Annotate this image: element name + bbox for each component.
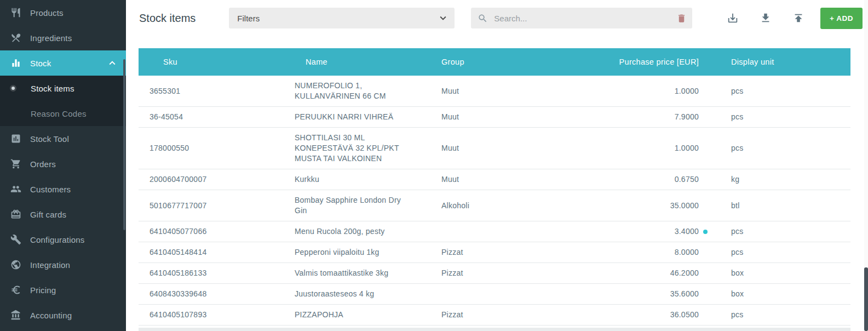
sidebar-subitem-stock-items[interactable]: Stock items [0, 76, 126, 101]
download-button[interactable] [758, 11, 773, 25]
sidebar-item-label: Integration [30, 260, 70, 270]
cell-unit: pcs [706, 242, 850, 263]
cell-group: Pizzat [432, 263, 557, 284]
sidebar-subitem-label: Stock items [31, 84, 74, 93]
sidebar-item-customers[interactable]: Customers [0, 176, 126, 202]
cell-sku: 2000604700007 [139, 169, 284, 190]
main-content: Stock items Filters [126, 0, 868, 331]
stock-tool-icon [10, 133, 22, 145]
topbar: Stock items Filters [126, 0, 868, 36]
cell-name: PIZZAPOHJA [284, 305, 432, 326]
sidebar-item-stock[interactable]: Stock [0, 50, 126, 76]
sidebar-item-label: Configurations [30, 235, 85, 244]
download-tray-icon [727, 12, 739, 24]
wrench-icon [10, 233, 22, 246]
sidebar-item-label: Ingredients [30, 33, 72, 43]
sidebar-scrollbar-thumb[interactable] [123, 59, 125, 230]
cell-price: 1.0000 [557, 128, 706, 169]
page-title: Stock items [139, 12, 196, 25]
sidebar-item-label: Stock [30, 59, 51, 68]
globe-icon [10, 259, 22, 271]
sidebar-item-configurations[interactable]: Configurations [0, 227, 126, 252]
page-scrollbar-thumb[interactable] [864, 267, 868, 331]
filters-label: Filters [237, 14, 260, 23]
table-row[interactable]: 6408430339648 Juustoraasteseos 4 kg 35.6… [139, 284, 850, 305]
table-row[interactable]: 6410405077066 Menu Rucola 200g, pesty 3.… [139, 221, 850, 242]
table-row[interactable]: 6410405107893 PIZZAPOHJA Pizzat 36.0500 … [139, 305, 850, 326]
cell-price: 0.6750 [557, 169, 706, 190]
filters-dropdown[interactable]: Filters [229, 8, 455, 28]
cell-group: Muut [432, 76, 557, 107]
upload-icon [792, 12, 804, 24]
stock-submenu: Stock items Reason Codes [0, 76, 126, 126]
cell-name: Valmis tomaattikastike 3kg [284, 263, 432, 284]
active-bullet-icon [12, 87, 15, 90]
cell-name: Menu Rucola 200g, pesty [284, 221, 432, 242]
cell-unit: kg [706, 169, 850, 190]
sidebar-item-stock-tool[interactable]: Stock Tool [0, 126, 126, 151]
chevron-down-icon [437, 12, 449, 24]
sidebar-item-integration[interactable]: Integration [0, 252, 126, 277]
upload-button[interactable] [791, 11, 806, 25]
sidebar-item-products[interactable]: Products [0, 0, 126, 25]
stock-items-table: Sku Name Group Purchase price [EUR] Disp… [139, 48, 850, 326]
cell-sku: 6410405148414 [139, 242, 284, 263]
download-tray-button[interactable] [726, 11, 740, 25]
sidebar-item-label: Products [30, 8, 64, 18]
search-input[interactable] [493, 13, 676, 24]
sidebar-item-label: Accounting [30, 311, 72, 320]
sidebar-item-label: Pricing [30, 286, 56, 295]
cell-name: Juustoraasteseos 4 kg [284, 284, 432, 305]
cell-sku: 6410405107893 [139, 305, 284, 326]
cell-group: Alkoholi [432, 190, 557, 221]
cart-icon [10, 158, 22, 170]
table-row[interactable]: 2000604700007 Kurkku Muut 0.6750 kg [139, 169, 850, 190]
cell-unit: pcs [706, 305, 850, 326]
clear-search-button[interactable] [676, 13, 687, 24]
cell-unit: pcs [706, 107, 850, 128]
column-header-sku[interactable]: Sku [139, 48, 284, 76]
add-button[interactable]: + ADD [820, 8, 863, 29]
sidebar-item-gift-cards[interactable]: Gift cards [0, 202, 126, 227]
page-scrollbar[interactable] [864, 0, 868, 331]
stock-items-table-wrap: Sku Name Group Purchase price [EUR] Disp… [139, 48, 868, 326]
column-header-purchase-price[interactable]: Purchase price [EUR] [557, 48, 706, 76]
cell-sku: 178000550 [139, 128, 284, 169]
cell-sku: 6408430339648 [139, 284, 284, 305]
cell-group: Muut [432, 107, 557, 128]
cell-group [432, 284, 557, 305]
sidebar-item-pricing[interactable]: Pricing [0, 277, 126, 303]
table-row[interactable]: 6410405186133 Valmis tomaattikastike 3kg… [139, 263, 850, 284]
status-dot [703, 230, 708, 234]
cell-price-value: 3.4000 [675, 227, 699, 236]
file-download-icon [760, 12, 772, 24]
cell-name: Pepperoni viipaloitu 1kg [284, 242, 432, 263]
cell-price: 8.0000 [557, 242, 706, 263]
table-row[interactable]: 5010677717007 Bombay Sapphire London Dry… [139, 190, 850, 221]
cell-name: SHOTTILASI 30 ML KONEPESTÄVÄ 32 KPL/PKT … [284, 128, 432, 169]
sidebar-subitem-label: Reason Codes [31, 109, 87, 118]
people-icon [10, 183, 22, 195]
ingredients-icon [10, 32, 22, 44]
cell-price: 36.0500 [557, 305, 706, 326]
sidebar-subitem-reason-codes[interactable]: Reason Codes [0, 101, 126, 126]
search-icon [478, 13, 488, 24]
cell-group: Muut [432, 169, 557, 190]
cell-price: 3.4000 [557, 221, 706, 242]
column-header-group[interactable]: Group [432, 48, 557, 76]
sidebar-item-ingredients[interactable]: Ingredients [0, 25, 126, 50]
table-row[interactable]: 6410405148414 Pepperoni viipaloitu 1kg P… [139, 242, 850, 263]
cell-group: Pizzat [432, 305, 557, 326]
sidebar-item-accounting[interactable]: Accounting [0, 303, 126, 328]
cell-sku: 5010677717007 [139, 190, 284, 221]
gift-icon [10, 208, 22, 220]
cell-unit: box [706, 263, 850, 284]
column-header-name[interactable]: Name [284, 48, 432, 76]
sidebar-item-orders[interactable]: Orders [0, 151, 126, 176]
table-row[interactable]: 178000550 SHOTTILASI 30 ML KONEPESTÄVÄ 3… [139, 128, 850, 169]
table-row[interactable]: 3655301 NUMEROFOLIO 1, KULLANVÄRINEN 66 … [139, 76, 850, 107]
cell-price: 46.2000 [557, 263, 706, 284]
table-row[interactable]: 36-45054 PERUUKKI NARRI VIHREÄ Muut 7.90… [139, 107, 850, 128]
cell-group: Pizzat [432, 242, 557, 263]
column-header-display-unit[interactable]: Display unit [706, 48, 850, 76]
